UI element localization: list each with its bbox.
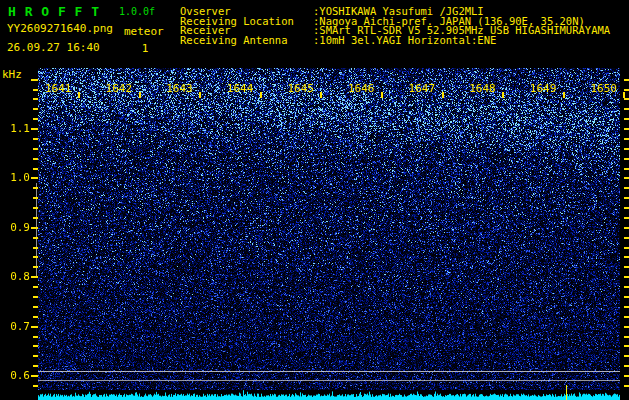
- freq-tick-right: [624, 217, 629, 219]
- freq-tick-right: [624, 158, 629, 160]
- freq-tick-right: [624, 345, 629, 347]
- time-label: 1650: [590, 83, 617, 94]
- freq-tick: [33, 237, 38, 239]
- freq-tick: [33, 207, 38, 209]
- freq-tick: [33, 316, 38, 318]
- spectrogram-canvas: [38, 68, 620, 390]
- freq-tick-right: [624, 89, 629, 91]
- freq-tick-right: [624, 118, 629, 120]
- time-label: 1647: [409, 83, 436, 94]
- freq-label: 1.0: [4, 172, 30, 183]
- event-marker-line: [566, 385, 567, 400]
- time-tick: [442, 92, 444, 98]
- freq-tick-right: [624, 286, 629, 288]
- time-label: 1641: [45, 83, 72, 94]
- freq-tick: [33, 168, 38, 170]
- time-tick: [623, 92, 625, 98]
- freq-tick-right: [624, 227, 629, 229]
- time-tick: [502, 92, 504, 98]
- freq-tick-right: [624, 79, 629, 81]
- time-label: 1646: [348, 83, 375, 94]
- freq-tick-right: [624, 365, 629, 367]
- mode-label: meteor: [124, 25, 164, 38]
- freq-tick-right: [624, 355, 629, 357]
- freq-tick: [31, 276, 38, 278]
- reference-line-middle: [38, 380, 620, 381]
- freq-tick: [33, 385, 38, 387]
- freq-tick: [31, 227, 38, 229]
- freq-tick: [33, 296, 38, 298]
- freq-label: 1.1: [4, 123, 30, 134]
- freq-tick-right: [624, 256, 629, 258]
- freq-tick: [33, 158, 38, 160]
- time-label: 1645: [287, 83, 314, 94]
- freq-tick: [33, 138, 38, 140]
- freq-tick: [31, 177, 38, 179]
- freq-tick-right: [624, 266, 629, 268]
- freq-tick: [33, 256, 38, 258]
- freq-tick-right: [624, 336, 629, 338]
- time-tick: [260, 92, 262, 98]
- freq-tick-right: [624, 375, 629, 377]
- freq-tick: [33, 148, 38, 150]
- freq-tick: [33, 89, 38, 91]
- freq-tick-right: [624, 316, 629, 318]
- time-tick: [320, 92, 322, 98]
- freq-tick: [33, 217, 38, 219]
- freq-tick: [33, 247, 38, 249]
- freq-tick-right: [624, 385, 629, 387]
- freq-tick: [31, 79, 38, 81]
- freq-tick-right: [624, 187, 629, 189]
- freq-tick: [33, 336, 38, 338]
- time-label: 1648: [469, 83, 496, 94]
- station-row-value: :10mH 3el.YAGI Horizontal:ENE: [313, 36, 496, 46]
- freq-tick: [33, 355, 38, 357]
- freq-tick: [33, 286, 38, 288]
- freq-tick-right: [624, 207, 629, 209]
- time-label: 1644: [227, 83, 254, 94]
- reference-line-upper: [38, 371, 620, 372]
- time-tick: [563, 92, 565, 98]
- freq-tick-right: [624, 177, 629, 179]
- freq-label: 0.6: [4, 370, 30, 381]
- freq-tick-right: [624, 197, 629, 199]
- freq-tick: [33, 108, 38, 110]
- time-label: 1649: [530, 83, 557, 94]
- freq-axis-unit: kHz: [2, 68, 22, 81]
- station-row-label: Receiving Antenna: [180, 36, 313, 46]
- freq-tick-right: [624, 237, 629, 239]
- freq-tick-right: [624, 98, 629, 100]
- freq-tick-right: [624, 306, 629, 308]
- freq-tick: [33, 266, 38, 268]
- app-version: 1.0.0f: [119, 6, 155, 17]
- time-tick: [139, 92, 141, 98]
- time-label: 1643: [166, 83, 193, 94]
- time-tick: [381, 92, 383, 98]
- freq-label: 0.8: [4, 271, 30, 282]
- freq-tick-right: [624, 138, 629, 140]
- freq-tick-right: [624, 168, 629, 170]
- freq-tick: [33, 187, 38, 189]
- station-row: Receiving Antenna :10mH 3el.YAGI Horizon…: [180, 36, 610, 46]
- freq-tick-right: [624, 108, 629, 110]
- meteor-count: 1: [138, 42, 152, 55]
- app-title: H R O F F T: [8, 4, 100, 19]
- freq-tick-right: [624, 276, 629, 278]
- freq-tick-right: [624, 148, 629, 150]
- output-filename: YY2609271640.png: [7, 22, 113, 35]
- freq-tick-right: [624, 247, 629, 249]
- datetime-label: 26.09.27 16:40: [7, 41, 100, 54]
- station-info: Ovserver :YOSHIKAWA Yasufumi /JG2MLI Rec…: [180, 7, 610, 46]
- level-strip-canvas: [38, 390, 620, 400]
- time-tick: [78, 92, 80, 98]
- freq-tick: [31, 326, 38, 328]
- hrofft-window: H R O F F T 1.0.0f YY2609271640.png mete…: [0, 0, 629, 400]
- freq-tick-right: [624, 296, 629, 298]
- freq-tick: [33, 345, 38, 347]
- freq-tick: [33, 306, 38, 308]
- freq-label: 0.9: [4, 222, 30, 233]
- time-tick: [199, 92, 201, 98]
- time-label: 1642: [106, 83, 133, 94]
- freq-label: 0.7: [4, 321, 30, 332]
- freq-tick: [33, 98, 38, 100]
